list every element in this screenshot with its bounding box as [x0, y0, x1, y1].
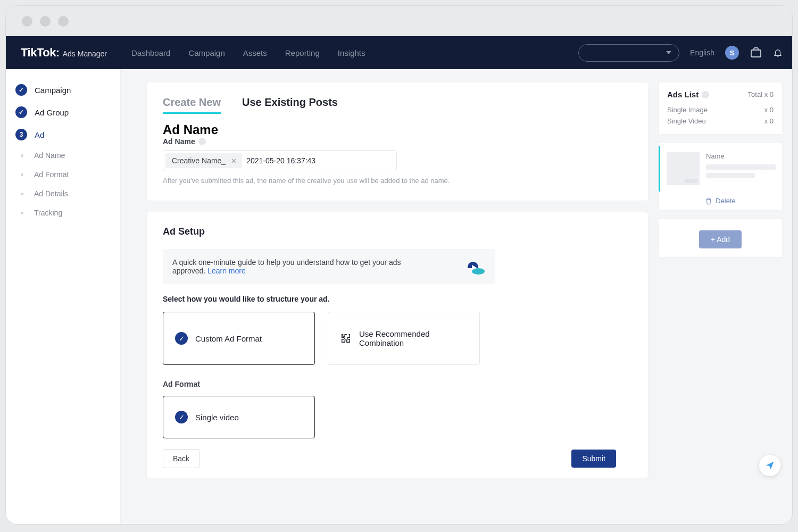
delete-label: Delete [716, 197, 736, 205]
content: Create New Use Existing Posts Ad Name Ad… [121, 69, 792, 524]
help-fab[interactable] [759, 455, 780, 476]
guide-illustration-icon [462, 257, 486, 276]
step-number-badge: 3 [15, 129, 27, 140]
puzzle-icon [340, 332, 352, 344]
ads-list-total: Total x 0 [748, 90, 774, 98]
ads-list-panel: Ads List Total x 0 Single Image x 0 Sing… [658, 82, 783, 135]
briefcase-icon[interactable] [750, 46, 762, 59]
brand: TikTok: Ads Manager [21, 46, 107, 60]
option-custom-format[interactable]: ✓ Custom Ad Format [163, 312, 315, 365]
field-label-adname: Ad Name [163, 137, 632, 146]
thumb-name-label: Name [706, 152, 776, 160]
sidebar-sub-adformat[interactable]: Ad Format [6, 165, 120, 184]
thumb-info: Name [706, 152, 776, 185]
option-label: Custom Ad Format [195, 334, 262, 343]
structure-select-label: Select how you would like to structure y… [163, 295, 632, 303]
skeleton-line [706, 164, 776, 170]
sidebar-sub-label: Ad Details [34, 189, 68, 198]
option-label: Use Recommended Combination [359, 329, 468, 347]
ads-list-thumb: Name [659, 146, 782, 192]
ads-list-item-card[interactable]: Name Delete [658, 142, 783, 211]
row-count: x 0 [764, 117, 774, 125]
top-nav: TikTok: Ads Manager Dashboard Campaign A… [6, 36, 792, 69]
tab-use-existing[interactable]: Use Existing Posts [242, 96, 338, 113]
sidebar-step-campaign[interactable]: Campaign [6, 79, 120, 101]
chip-text: Creative Name_ [172, 156, 226, 165]
tabs: Create New Use Existing Posts [163, 96, 632, 113]
ads-list-title-text: Ads List [667, 90, 699, 99]
ads-list-row-video: Single Video x 0 [667, 115, 774, 127]
adname-hint: After you've submitted this ad, the name… [163, 177, 632, 185]
nav-reporting[interactable]: Reporting [285, 48, 320, 57]
sidebar-step-adgroup[interactable]: Ad Group [6, 101, 120, 123]
check-icon: ✓ [175, 332, 188, 345]
sidebar-step-label: Ad [35, 130, 44, 139]
structure-options: ✓ Custom Ad Format Use Recommended Combi… [163, 312, 632, 365]
sidebar-step-ad[interactable]: 3 Ad [6, 123, 120, 146]
brand-main: TikTok: [21, 46, 60, 60]
sidebar-sub-label: Ad Name [34, 151, 65, 160]
top-right: English S [578, 44, 783, 62]
sidebar-step-label: Campaign [35, 86, 71, 95]
nav-insights[interactable]: Insights [338, 48, 365, 57]
delete-button[interactable]: Delete [659, 192, 782, 205]
row-name: Single Video [667, 117, 706, 125]
app-window: TikTok: Ads Manager Dashboard Campaign A… [5, 5, 793, 525]
nav-dashboard[interactable]: Dashboard [131, 48, 170, 57]
skeleton-line [706, 173, 755, 178]
chevron-down-icon [666, 51, 671, 54]
ads-list-add-panel: + Add [658, 218, 783, 257]
help-icon[interactable] [702, 91, 709, 98]
ad-format-single-video[interactable]: ✓ Single video [163, 396, 315, 438]
sidebar-sub-adname[interactable]: Ad Name [6, 146, 120, 165]
window-dot-zoom[interactable] [58, 16, 69, 27]
option-recommended-combination[interactable]: Use Recommended Combination [328, 312, 480, 365]
sidebar-step-label: Ad Group [35, 108, 69, 117]
check-icon [15, 84, 27, 96]
nav-links: Dashboard Campaign Assets Reporting Insi… [131, 48, 365, 57]
check-icon [15, 106, 27, 118]
guide-text-body: A quick one-minute guide to help you und… [172, 258, 401, 275]
avatar[interactable]: S [725, 46, 739, 60]
check-icon: ✓ [175, 411, 188, 423]
section-title-adsetup: Ad Setup [163, 226, 632, 237]
help-icon[interactable] [198, 138, 206, 145]
section-title-adname: Ad Name [163, 122, 632, 137]
sidebar-sub-addetails[interactable]: Ad Details [6, 184, 120, 203]
chip-remove-icon[interactable]: ✕ [229, 157, 239, 165]
sidebar: Campaign Ad Group 3 Ad Ad Name Ad Format… [6, 69, 121, 524]
add-button[interactable]: + Add [699, 230, 742, 248]
sidebar-sub-label: Ad Format [34, 170, 69, 179]
nav-assets[interactable]: Assets [243, 48, 267, 57]
field-label-text: Ad Name [163, 137, 195, 146]
ads-list-title: Ads List [667, 90, 709, 99]
trash-icon [705, 197, 712, 205]
paper-plane-icon [764, 460, 775, 471]
svg-rect-0 [751, 50, 761, 57]
submit-button[interactable]: Submit [571, 450, 616, 468]
window-dot-close[interactable] [22, 16, 32, 27]
window-title-bar [6, 6, 792, 36]
account-select[interactable] [578, 44, 679, 62]
guide-text: A quick one-minute guide to help you und… [172, 258, 428, 275]
card-ad-name: Create New Use Existing Posts Ad Name Ad… [146, 82, 649, 201]
back-button[interactable]: Back [163, 449, 200, 468]
adname-input[interactable]: Creative Name_ ✕ 2021-05-20 16:37:43 [163, 150, 397, 171]
bell-icon[interactable] [773, 46, 783, 59]
main-area: Campaign Ad Group 3 Ad Ad Name Ad Format… [6, 69, 792, 524]
guide-banner: A quick one-minute guide to help you und… [163, 249, 495, 284]
window-dot-minimize[interactable] [40, 16, 51, 27]
content-main: Create New Use Existing Posts Ad Name Ad… [146, 82, 649, 524]
adname-value: 2021-05-20 16:37:43 [246, 156, 315, 165]
language-select[interactable]: English [690, 48, 714, 57]
ad-format-value: Single video [195, 413, 239, 422]
tab-create-new[interactable]: Create New [163, 96, 221, 113]
brand-sub: Ads Manager [63, 49, 107, 58]
sidebar-sub-tracking[interactable]: Tracking [6, 203, 120, 222]
row-count: x 0 [764, 106, 774, 114]
adname-chip: Creative Name_ ✕ [165, 153, 242, 168]
ads-list-row-image: Single Image x 0 [667, 104, 774, 115]
ad-format-label: Ad Format [163, 380, 632, 388]
guide-learn-more-link[interactable]: Learn more [207, 267, 246, 275]
nav-campaign[interactable]: Campaign [188, 48, 225, 57]
